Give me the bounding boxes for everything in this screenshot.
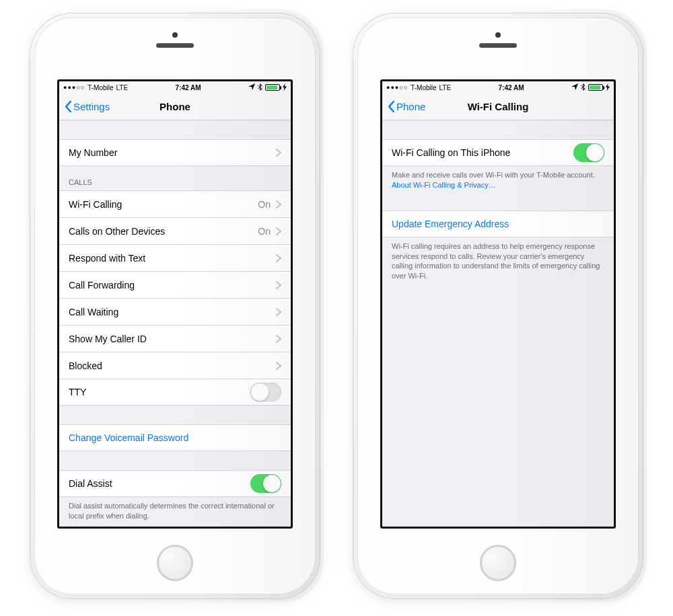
carrier-label: T-Mobile: [411, 84, 436, 91]
row-call-forwarding[interactable]: Call Forwarding: [59, 271, 291, 298]
row-label: Update Emergency Address: [392, 219, 509, 229]
row-label: Call Waiting: [69, 307, 118, 317]
carrier-label: T-Mobile: [87, 84, 113, 91]
back-label: Phone: [396, 101, 425, 112]
tty-toggle[interactable]: [250, 383, 281, 401]
row-value: On: [258, 199, 271, 210]
home-button[interactable]: [480, 545, 516, 581]
front-camera: [172, 32, 178, 38]
dial-assist-toggle[interactable]: [250, 474, 281, 493]
row-my-number[interactable]: My Number: [59, 139, 291, 166]
home-button[interactable]: [157, 545, 193, 581]
back-label: Settings: [73, 101, 110, 112]
chevron-right-icon: [276, 254, 281, 262]
row-show-caller-id[interactable]: Show My Caller ID: [59, 325, 291, 352]
battery-icon: [588, 84, 603, 91]
back-button[interactable]: Phone: [388, 101, 425, 112]
earpiece-speaker: [156, 43, 194, 48]
row-label: Respond with Text: [69, 253, 145, 264]
clock-label: 7:42 AM: [176, 84, 201, 91]
row-update-emergency-address[interactable]: Update Emergency Address: [382, 210, 614, 237]
row-value: On: [258, 226, 271, 237]
row-label: Wi-Fi Calling: [69, 199, 122, 210]
footer-text: Make and receive calls over Wi-Fi with y…: [392, 171, 595, 179]
screen-phone-settings: ●●●○○ T-Mobile LTE 7:42 AM: [57, 79, 293, 529]
chevron-left-icon: [388, 101, 395, 112]
row-call-waiting[interactable]: Call Waiting: [59, 298, 291, 325]
clock-label: 7:42 AM: [499, 84, 524, 91]
back-button[interactable]: Settings: [65, 101, 110, 112]
charging-icon: [606, 83, 610, 92]
screen-wifi-calling: ●●●○○ T-Mobile LTE 7:42 AM: [380, 79, 616, 529]
row-label: Change Voicemail Password: [69, 432, 188, 443]
network-label: LTE: [439, 84, 452, 91]
signal-strength-icon: ●●●○○: [386, 84, 408, 91]
chevron-right-icon: [276, 227, 281, 235]
about-wifi-calling-link[interactable]: About Wi-Fi Calling & Privacy…: [392, 181, 496, 189]
location-icon: [248, 83, 255, 91]
chevron-left-icon: [65, 101, 72, 112]
row-change-voicemail-password[interactable]: Change Voicemail Password: [59, 424, 291, 451]
chevron-right-icon: [276, 308, 281, 316]
wifi-calling-footer: Make and receive calls over Wi-Fi with y…: [382, 166, 614, 198]
network-label: LTE: [116, 84, 129, 91]
row-dial-assist: Dial Assist: [59, 470, 291, 497]
bluetooth-icon: [258, 83, 262, 92]
battery-icon: [265, 84, 280, 91]
emergency-address-footer: Wi-Fi calling requires an address to hel…: [382, 237, 614, 289]
nav-bar: Settings Phone: [59, 93, 291, 120]
earpiece-speaker: [479, 43, 517, 48]
signal-strength-icon: ●●●○○: [63, 84, 85, 91]
chevron-right-icon: [276, 362, 281, 370]
nav-bar: Phone Wi-Fi Calling: [382, 93, 614, 120]
status-bar: ●●●○○ T-Mobile LTE 7:42 AM: [382, 81, 614, 93]
chevron-right-icon: [276, 281, 281, 289]
row-wifi-calling-this-iphone: Wi-Fi Calling on This iPhone: [382, 139, 614, 166]
location-icon: [571, 83, 578, 91]
row-calls-other-devices[interactable]: Calls on Other Devices On: [59, 217, 291, 244]
row-label: Call Forwarding: [69, 280, 135, 291]
row-label: Wi-Fi Calling on This iPhone: [392, 147, 510, 158]
row-label: TTY: [69, 387, 86, 397]
iphone-device-right: ●●●○○ T-Mobile LTE 7:42 AM: [353, 13, 643, 599]
wifi-calling-toggle[interactable]: [573, 143, 604, 162]
row-respond-with-text[interactable]: Respond with Text: [59, 244, 291, 271]
chevron-right-icon: [276, 200, 281, 208]
row-blocked[interactable]: Blocked: [59, 352, 291, 379]
iphone-device-left: ●●●○○ T-Mobile LTE 7:42 AM: [30, 13, 320, 599]
row-label: Blocked: [69, 360, 102, 371]
status-bar: ●●●○○ T-Mobile LTE 7:42 AM: [59, 81, 291, 93]
row-label: Calls on Other Devices: [69, 226, 165, 237]
front-camera: [495, 32, 501, 38]
dial-assist-footer: Dial assist automatically determines the…: [59, 497, 291, 529]
chevron-right-icon: [276, 335, 281, 343]
row-label: My Number: [69, 147, 117, 158]
row-wifi-calling[interactable]: Wi-Fi Calling On: [59, 190, 291, 217]
chevron-right-icon: [276, 149, 281, 157]
bluetooth-icon: [581, 83, 586, 92]
row-tty: TTY: [59, 379, 291, 406]
row-label: Show My Caller ID: [69, 334, 147, 344]
group-header-calls: CALLS: [59, 166, 291, 190]
row-label: Dial Assist: [69, 478, 112, 489]
charging-icon: [283, 83, 287, 92]
